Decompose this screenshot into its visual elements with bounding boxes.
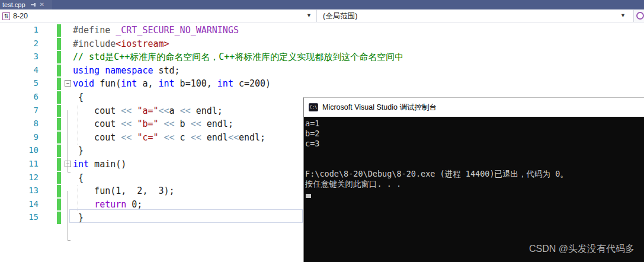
change-tracking-bar bbox=[57, 199, 61, 211]
console-line: c=3 bbox=[305, 139, 644, 149]
navigation-bar: ⇅ 8-20 ▼ (全局范围) ▼ bbox=[0, 9, 644, 23]
pin-icon[interactable] bbox=[30, 2, 36, 8]
code-text: using namespace std; bbox=[73, 65, 180, 76]
change-tracking-bar bbox=[57, 105, 61, 117]
change-tracking-bar bbox=[57, 158, 61, 171]
console-line: a=1 bbox=[305, 119, 644, 129]
line-number[interactable]: 15 bbox=[0, 212, 39, 222]
indent-guide bbox=[78, 106, 78, 145]
divider bbox=[633, 10, 634, 22]
code-text: cout << "a="<<a << endl; bbox=[73, 106, 223, 116]
console-cursor bbox=[306, 194, 311, 198]
line-number[interactable]: 6 bbox=[0, 92, 39, 101]
member-scope-dropdown[interactable]: (全局范围) ▼ bbox=[317, 9, 633, 23]
console-line: 按任意键关闭此窗口. . . bbox=[305, 179, 644, 189]
tab-test-cpp[interactable]: test.cpp ✕ bbox=[0, 0, 52, 9]
code-text: return 0; bbox=[73, 199, 142, 210]
line-number[interactable]: 14 bbox=[0, 199, 39, 209]
cpp-project-icon: ⇅ bbox=[2, 12, 10, 20]
console-line: b=2 bbox=[305, 129, 644, 139]
line-number[interactable]: 5 bbox=[0, 78, 39, 88]
chevron-down-icon[interactable]: ▼ bbox=[620, 12, 626, 18]
outline-guide bbox=[68, 110, 71, 172]
console-title-bar[interactable]: C:\ Microsoft Visual Studio 调试控制台 bbox=[304, 98, 644, 117]
console-line bbox=[305, 159, 644, 169]
tab-title: test.cpp bbox=[2, 1, 25, 8]
line-number[interactable]: 1 bbox=[0, 25, 39, 34]
visual-studio-window: test.cpp ✕ ⇅ 8-20 ▼ (全局范围) ▼ 1#define _C… bbox=[0, 0, 644, 262]
line-number[interactable]: 13 bbox=[0, 186, 39, 195]
change-tracking-bar bbox=[57, 91, 61, 104]
change-tracking-bar bbox=[57, 185, 61, 197]
code-text: cout << "c=" << c << endl<<endl; bbox=[73, 132, 265, 143]
project-scope-dropdown[interactable]: ⇅ 8-20 ▼ bbox=[0, 9, 316, 23]
code-text: } bbox=[73, 145, 84, 156]
change-tracking-bar bbox=[57, 118, 61, 130]
chevron-down-icon[interactable]: ▼ bbox=[306, 12, 312, 18]
console-title: Microsoft Visual Studio 调试控制台 bbox=[322, 103, 437, 113]
line-number[interactable]: 4 bbox=[0, 65, 39, 75]
method-icon bbox=[636, 12, 644, 20]
line-number[interactable]: 2 bbox=[0, 39, 39, 48]
code-text: { bbox=[73, 172, 84, 183]
close-icon[interactable]: ✕ bbox=[40, 2, 44, 8]
change-tracking-bar bbox=[57, 24, 61, 37]
code-text: cout << "b=" << b << endl; bbox=[73, 119, 233, 129]
code-text: #define _CRT_SECURE_NO_WARNINGS bbox=[73, 25, 239, 36]
code-text: #include<iostream> bbox=[73, 39, 169, 49]
console-line: F:\code\8-20\Debug\8-20.exe (进程 14400)已退… bbox=[305, 169, 644, 179]
line-number[interactable]: 7 bbox=[0, 106, 39, 115]
line-number[interactable]: 3 bbox=[0, 52, 39, 61]
change-tracking-bar bbox=[57, 51, 61, 63]
change-tracking-bar bbox=[57, 212, 61, 224]
line-number[interactable]: 8 bbox=[0, 119, 39, 128]
code-line[interactable]: 3// std是C++标准库的命名空间名，C++将标准库的定义实现都放到这个命名… bbox=[0, 50, 644, 64]
indent-guide bbox=[78, 185, 78, 211]
console-line bbox=[305, 149, 644, 159]
code-text: // std是C++标准库的命名空间名，C++将标准库的定义实现都放到这个命名空… bbox=[73, 52, 403, 63]
current-line-highlight bbox=[69, 209, 303, 223]
line-number[interactable]: 9 bbox=[0, 132, 39, 142]
collapse-icon[interactable] bbox=[65, 80, 71, 87]
code-line[interactable]: 5void fun(int a, int b=100, int c=200) bbox=[0, 77, 644, 91]
code-text: { bbox=[73, 92, 84, 103]
change-tracking-bar bbox=[57, 78, 61, 90]
change-tracking-bar bbox=[57, 132, 61, 144]
code-text: fun(1, 2, 3); bbox=[73, 186, 175, 196]
project-scope-label: 8-20 bbox=[13, 12, 28, 20]
code-line[interactable]: 4using namespace std; bbox=[0, 64, 644, 78]
line-number[interactable]: 11 bbox=[0, 159, 39, 168]
console-lines: a=1b=2c=3 F:\code\8-20\Debug\8-20.exe (进… bbox=[305, 119, 644, 189]
code-text: void fun(int a, int b=100, int c=200) bbox=[73, 78, 271, 89]
change-tracking-bar bbox=[57, 65, 61, 77]
console-icon: C:\ bbox=[309, 103, 318, 111]
change-tracking-bar bbox=[57, 145, 61, 157]
change-tracking-bar bbox=[57, 38, 61, 50]
member-scope-label: (全局范围) bbox=[323, 11, 357, 21]
code-line[interactable]: 1#define _CRT_SECURE_NO_WARNINGS bbox=[0, 24, 644, 37]
watermark: CSDN @头发没有代码多 bbox=[529, 243, 635, 255]
change-tracking-bar bbox=[57, 172, 61, 184]
line-number[interactable]: 10 bbox=[0, 145, 39, 155]
code-text: int main() bbox=[73, 159, 126, 170]
line-number[interactable]: 12 bbox=[0, 172, 39, 182]
code-line[interactable]: 2#include<iostream> bbox=[0, 37, 644, 51]
debug-console-window[interactable]: C:\ Microsoft Visual Studio 调试控制台 a=1b=2… bbox=[303, 97, 644, 262]
console-output[interactable]: a=1b=2c=3 F:\code\8-20\Debug\8-20.exe (进… bbox=[304, 117, 644, 262]
document-tab-strip: test.cpp ✕ bbox=[0, 0, 644, 9]
